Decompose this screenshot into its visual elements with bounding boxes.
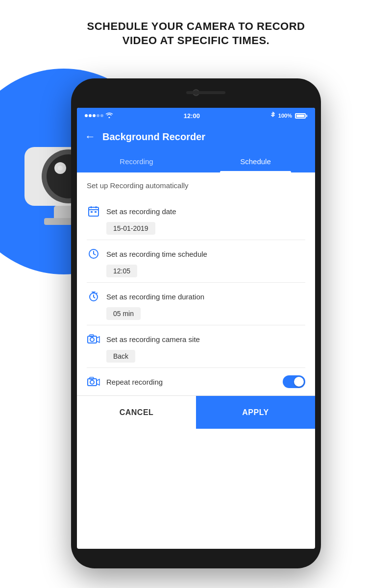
apply-button[interactable]: APPLY [196,396,315,429]
status-time: 12:00 [184,112,200,120]
content-inner: Set up Recording automatically [77,172,315,395]
battery-percent: 100% [278,113,292,119]
phone-frame: 12:00 100% ← Background Recorder [71,78,321,568]
svg-rect-7 [89,207,98,216]
cancel-button[interactable]: CANCEL [77,396,196,429]
camera-site-header: Set as recording camera site [87,332,305,346]
recording-date-header: Set as recording date [87,204,305,218]
phone-screen: 12:00 100% ← Background Recorder [77,108,315,549]
recording-duration-section: Set as recording time duration 05 min [87,283,305,325]
svg-point-4 [58,166,63,171]
camera-site-section: Set as recording camera site Back [87,325,305,368]
phone-speaker [186,91,225,94]
dot4 [97,114,99,117]
camera-site-value[interactable]: Back [106,350,135,363]
status-left [85,112,113,119]
time-schedule-label: Set as recording time schedule [106,250,207,258]
bottom-buttons: CANCEL APPLY [77,395,315,429]
status-bar: 12:00 100% [77,108,315,123]
camera-site-label: Set as recording camera site [106,335,200,343]
time-duration-label: Set as recording time duration [106,293,204,301]
signal-dots [85,114,103,117]
recording-date-section: Set as recording date 15-01-2019 [87,197,305,240]
tab-schedule[interactable]: Schedule [196,150,315,172]
dot2 [89,114,92,117]
recording-time-section: Set as recording time schedule 12:05 [87,240,305,283]
tab-recording[interactable]: Recording [77,150,196,172]
recording-duration-header: Set as recording time duration [87,290,305,303]
dot1 [85,114,88,117]
svg-rect-12 [95,211,97,213]
repeat-recording-section: Repeat recording [87,368,305,395]
dot5 [100,114,103,117]
tabs: Recording Schedule [77,150,315,172]
time-duration-value[interactable]: 05 min [106,307,141,320]
page-header: SCHEDULE YOUR CAMERA TO RECORD VIDEO AT … [0,20,392,48]
camera-site-icon [87,332,100,346]
timer-icon [87,290,100,303]
wifi-icon [105,112,113,119]
time-schedule-value[interactable]: 12:05 [106,265,137,277]
repeat-left: Repeat recording [87,375,163,389]
toggle-thumb [294,377,304,387]
svg-line-15 [94,254,96,255]
app-bar: ← Background Recorder [77,123,315,150]
dot3 [93,114,96,117]
svg-point-18 [90,338,94,342]
recording-time-header: Set as recording time schedule [87,247,305,261]
bluetooth-icon [270,112,275,120]
main-content: Set up Recording automatically [77,172,315,395]
svg-point-21 [90,380,94,384]
recording-date-value[interactable]: 15-01-2019 [106,222,155,235]
app-title: Background Recorder [102,131,205,143]
svg-rect-11 [91,211,93,213]
recording-date-label: Set as recording date [106,207,176,216]
back-button[interactable]: ← [85,130,96,143]
setup-title: Set up Recording automatically [87,181,305,190]
calendar-icon [87,204,100,218]
repeat-icon [87,375,100,389]
battery-icon [295,113,307,119]
clock-icon [87,247,100,261]
repeat-label: Repeat recording [106,378,163,386]
status-right: 100% [270,112,307,120]
repeat-toggle[interactable] [283,375,305,388]
